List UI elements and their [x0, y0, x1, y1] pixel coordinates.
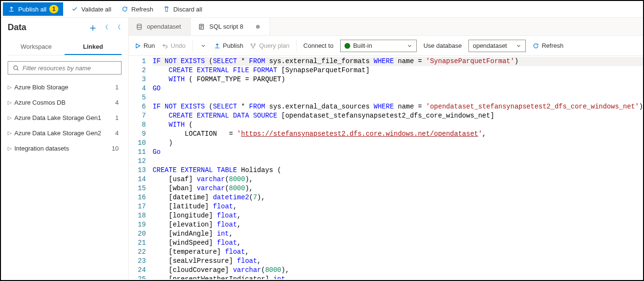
collapse-icon[interactable]: 《: [114, 24, 122, 32]
publish-label: Publish: [223, 42, 244, 49]
svg-point-0: [13, 65, 17, 69]
editor-refresh-label: Refresh: [542, 42, 564, 49]
discard-all-button[interactable]: Discard all: [161, 3, 204, 15]
undo-label: Undo: [171, 42, 186, 49]
publish-all-button[interactable]: Publish all 1: [3, 2, 63, 16]
chevron-down-icon: [516, 43, 522, 49]
publish-count-badge: 1: [49, 5, 58, 13]
top-toolbar: Publish all 1 Validate all Refresh Disca…: [1, 1, 643, 18]
connect-select[interactable]: Built-in: [340, 40, 417, 52]
tree-label: Integration datasets: [14, 145, 111, 152]
discard-all-label: Discard all: [173, 6, 202, 13]
undo-button[interactable]: Undo: [162, 42, 186, 49]
caret-right-icon: ▷: [8, 130, 14, 136]
tree-label: Azure Data Lake Storage Gen1: [14, 114, 115, 121]
tree-count: 4: [115, 99, 122, 106]
code-editor[interactable]: 1234567891011121314151617181920212223242…: [129, 56, 643, 279]
svg-point-3: [251, 43, 253, 45]
editor-tabs: opendataset SQL script 8: [129, 18, 643, 36]
tree-count: 1: [115, 84, 122, 91]
tree-label: Azure Cosmos DB: [14, 99, 115, 106]
caret-right-icon: ▷: [8, 84, 14, 90]
validate-all-button[interactable]: Validate all: [69, 3, 113, 15]
validate-all-label: Validate all: [81, 6, 111, 13]
status-dot-icon: [344, 43, 350, 49]
editor-tab-label-1: SQL script 8: [209, 23, 243, 30]
connect-value: Built-in: [353, 42, 372, 49]
upload-icon: [8, 5, 15, 13]
chevrons-icon[interactable]: 《: [101, 24, 109, 32]
code-content[interactable]: IF NOT EXISTS (SELECT * FROM sys.externa…: [153, 56, 643, 279]
panel-tabs: Workspace Linked: [8, 39, 122, 55]
tree-count: 1: [115, 114, 122, 121]
filter-box[interactable]: [8, 61, 122, 75]
tree-label: Azure Data Lake Storage Gen2: [14, 130, 115, 137]
publish-all-label: Publish all: [18, 6, 46, 13]
divider: [192, 40, 193, 52]
caret-right-icon: ▷: [8, 99, 14, 106]
caret-right-icon: ▷: [8, 115, 14, 121]
line-gutter: 1234567891011121314151617181920212223242…: [129, 56, 153, 279]
trash-icon: [163, 5, 170, 13]
refresh-icon: [121, 5, 129, 13]
run-label: Run: [144, 42, 155, 49]
database-value: opendataset: [473, 42, 507, 49]
tab-linked[interactable]: Linked: [65, 39, 122, 55]
left-panel: Data ＋ 《 《 Workspace Linked ▷Azure Blob …: [1, 18, 129, 279]
tab-workspace[interactable]: Workspace: [8, 39, 65, 55]
resource-tree: ▷Azure Blob Storage1▷Azure Cosmos DB4▷Az…: [8, 79, 122, 156]
tree-item[interactable]: ▷Azure Data Lake Storage Gen11: [8, 110, 122, 125]
tree-item[interactable]: ▷Azure Data Lake Storage Gen24: [8, 125, 122, 140]
svg-point-5: [253, 47, 254, 48]
tree-count: 10: [111, 145, 121, 152]
check-icon: [71, 5, 78, 13]
caret-right-icon: ▷: [8, 145, 14, 151]
database-icon: [135, 23, 143, 31]
tree-label: Azure Blob Storage: [14, 84, 115, 91]
tree-item[interactable]: ▷Azure Blob Storage1: [8, 79, 122, 95]
query-plan-button[interactable]: Query plan: [250, 42, 289, 49]
script-icon: [198, 23, 205, 31]
add-icon[interactable]: ＋: [89, 24, 97, 32]
refresh-button[interactable]: Refresh: [119, 3, 155, 15]
connect-to-label: Connect to: [303, 42, 333, 49]
editor-toolbar: Run Undo Publish Query plan Connect to: [129, 36, 643, 56]
chevron-down-icon: [407, 43, 412, 49]
editor-refresh-button[interactable]: Refresh: [533, 42, 564, 49]
svg-point-1: [137, 24, 142, 26]
filter-input[interactable]: [22, 65, 117, 72]
editor-tab-opendataset[interactable]: opendataset: [129, 18, 191, 35]
tree-count: 4: [115, 130, 122, 137]
search-icon: [12, 64, 20, 72]
editor-tab-label-0: opendataset: [147, 23, 181, 30]
panel-title: Data: [8, 22, 26, 32]
editor-panel: opendataset SQL script 8 Run Undo: [129, 18, 643, 279]
unsaved-dot-icon: [256, 25, 260, 29]
use-database-label: Use database: [423, 42, 462, 49]
tree-item[interactable]: ▷Azure Cosmos DB4: [8, 95, 122, 110]
run-button[interactable]: Run: [134, 42, 155, 49]
editor-tab-sqlscript[interactable]: SQL script 8: [191, 18, 269, 35]
divider: [296, 40, 297, 52]
publish-button[interactable]: Publish: [214, 42, 244, 49]
tree-item[interactable]: ▷Integration datasets10: [8, 140, 122, 156]
refresh-label: Refresh: [132, 6, 154, 13]
svg-point-4: [255, 43, 256, 45]
database-select[interactable]: opendataset: [468, 40, 526, 52]
query-plan-label: Query plan: [259, 42, 289, 49]
chevron-down-icon[interactable]: [200, 42, 207, 50]
